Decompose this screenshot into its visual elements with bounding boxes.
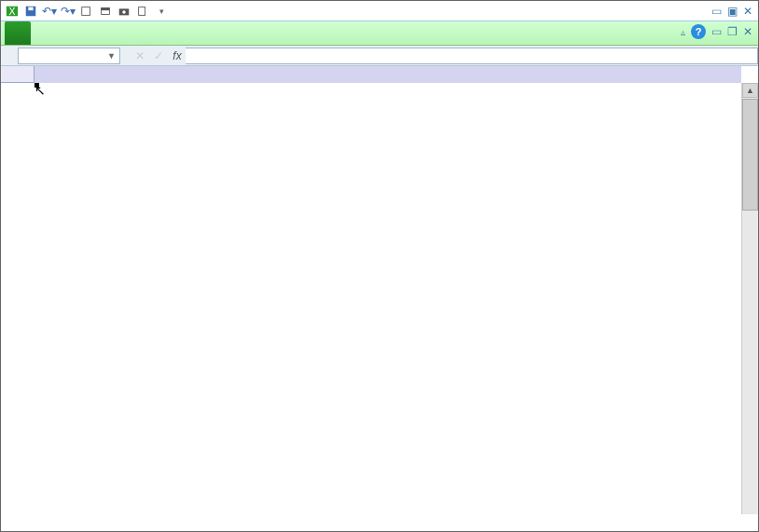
- sheet-area: ↖ ▲: [1, 66, 758, 531]
- tab-review[interactable]: [167, 21, 193, 45]
- scroll-thumb[interactable]: [742, 99, 758, 211]
- camera-icon[interactable]: [117, 4, 131, 19]
- workbook-restore-icon[interactable]: ❐: [727, 25, 738, 38]
- maximize-icon[interactable]: ▣: [727, 5, 738, 18]
- workbook-close-icon[interactable]: ✕: [743, 25, 752, 38]
- help-icon[interactable]: ?: [691, 24, 706, 39]
- qat-icon-2[interactable]: [98, 4, 113, 19]
- enter-formula-icon: ✓: [150, 49, 167, 62]
- save-icon[interactable]: [23, 4, 38, 19]
- ribbon-controls: ▵ ? ▭ ❐ ✕: [681, 24, 752, 39]
- formula-buttons: ✕ ✓ fx: [131, 49, 186, 62]
- name-box-dropdown-icon[interactable]: ▼: [107, 51, 116, 61]
- qat-icon-1[interactable]: [79, 4, 94, 19]
- qat-customize-icon[interactable]: ▾: [154, 4, 169, 19]
- svg-rect-3: [28, 7, 33, 10]
- excel-icon: X: [5, 4, 20, 19]
- cells-grid[interactable]: ↖: [34, 83, 741, 514]
- tab-insert[interactable]: [62, 21, 89, 45]
- svg-text:X: X: [8, 5, 15, 16]
- tab-formulas[interactable]: [115, 21, 141, 45]
- formula-bar: ▼ ✕ ✓ fx: [1, 46, 758, 66]
- close-icon[interactable]: ✕: [743, 5, 752, 18]
- tab-developer[interactable]: [219, 21, 245, 45]
- select-all-corner[interactable]: [1, 66, 34, 83]
- fill-handle[interactable]: [34, 83, 39, 88]
- file-tab[interactable]: [5, 21, 31, 45]
- ribbon-tabs: ▵ ? ▭ ❐ ✕: [1, 21, 758, 46]
- quick-access-toolbar: X ↶▾ ↷▾ ▾: [1, 4, 169, 19]
- qat-icon-3[interactable]: [135, 4, 150, 19]
- redo-icon[interactable]: ↷▾: [61, 4, 76, 19]
- tab-home[interactable]: [36, 21, 62, 45]
- minimize-icon[interactable]: ▭: [711, 5, 722, 18]
- workbook-minimize-icon[interactable]: ▭: [711, 25, 722, 38]
- svg-rect-9: [139, 7, 145, 15]
- tab-view[interactable]: [193, 21, 219, 45]
- name-box[interactable]: ▼: [18, 48, 120, 64]
- vertical-scrollbar[interactable]: ▲: [741, 83, 758, 514]
- row-headers: [1, 83, 34, 514]
- fx-icon[interactable]: fx: [169, 49, 186, 62]
- title-bar: X ↶▾ ↷▾ ▾ ▭ ▣ ✕: [1, 1, 758, 21]
- ribbon-minimize-icon[interactable]: ▵: [681, 27, 685, 37]
- svg-point-8: [122, 10, 126, 14]
- column-headers: [34, 66, 741, 83]
- svg-rect-4: [82, 7, 90, 15]
- scroll-up-icon[interactable]: ▲: [742, 83, 758, 98]
- tab-data[interactable]: [141, 21, 167, 45]
- undo-icon[interactable]: ↶▾: [42, 4, 57, 19]
- svg-rect-6: [102, 7, 110, 10]
- formula-input[interactable]: [186, 48, 758, 64]
- cancel-formula-icon: ✕: [131, 49, 148, 62]
- window-controls: ▭ ▣ ✕: [711, 5, 758, 18]
- tab-page-layout[interactable]: [89, 21, 115, 45]
- tab-addins[interactable]: [245, 21, 271, 45]
